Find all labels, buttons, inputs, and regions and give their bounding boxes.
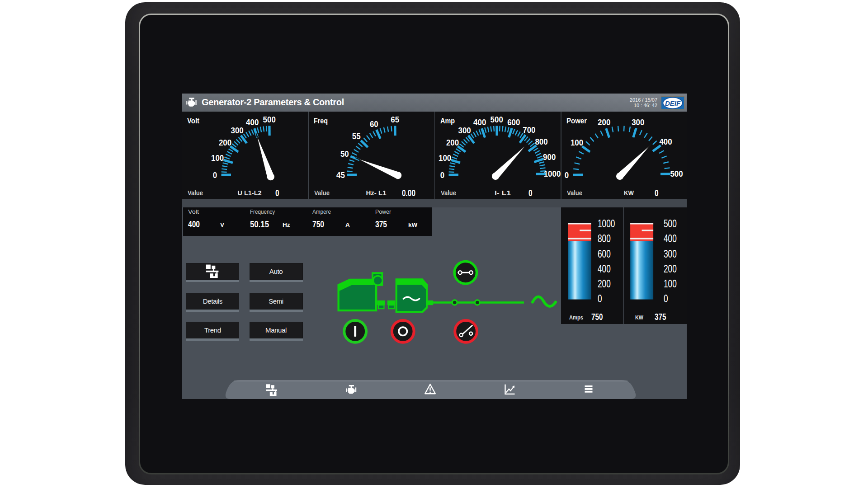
svg-text:300: 300 <box>458 126 471 135</box>
svg-text:0: 0 <box>655 188 659 198</box>
svg-text:0: 0 <box>440 171 444 180</box>
svg-text:60: 60 <box>370 120 378 129</box>
svg-text:0: 0 <box>213 171 217 180</box>
svg-text:0.00: 0.00 <box>402 188 415 198</box>
svg-text:Freq: Freq <box>314 117 328 125</box>
svg-text:200: 200 <box>219 138 231 147</box>
svg-text:700: 700 <box>523 126 535 135</box>
svg-text:U L1-L2: U L1-L2 <box>238 189 262 197</box>
svg-text:600: 600 <box>507 118 520 127</box>
svg-text:500: 500 <box>490 115 503 124</box>
svg-text:55: 55 <box>352 132 361 141</box>
svg-text:0: 0 <box>565 171 569 180</box>
svg-text:DEIF: DEIF <box>665 99 681 107</box>
svg-text:Hz- L1: Hz- L1 <box>366 189 387 197</box>
svg-text:400: 400 <box>246 118 259 127</box>
svg-text:400: 400 <box>473 118 486 127</box>
svg-text:Value: Value <box>314 189 330 197</box>
svg-text:Value: Value <box>188 189 203 197</box>
svg-text:Power: Power <box>566 117 587 125</box>
svg-text:200: 200 <box>598 118 610 127</box>
svg-text:500: 500 <box>670 169 683 178</box>
svg-text:Value: Value <box>567 189 582 197</box>
svg-text:0: 0 <box>528 188 533 198</box>
svg-text:Amp: Amp <box>440 117 455 125</box>
svg-text:100: 100 <box>211 154 224 163</box>
svg-text:900: 900 <box>543 153 556 162</box>
svg-text:100: 100 <box>439 154 451 163</box>
svg-text:Value: Value <box>441 189 456 197</box>
svg-text:KW: KW <box>624 189 634 197</box>
svg-text:50: 50 <box>340 150 349 159</box>
svg-text:45: 45 <box>336 171 345 180</box>
svg-text:300: 300 <box>231 126 244 135</box>
svg-text:65: 65 <box>391 115 399 124</box>
svg-text:Volt: Volt <box>187 117 199 125</box>
svg-text:200: 200 <box>446 138 458 147</box>
svg-text:1000: 1000 <box>543 169 560 178</box>
svg-text:0: 0 <box>275 188 279 198</box>
svg-text:I- L1: I- L1 <box>495 189 511 197</box>
svg-text:800: 800 <box>535 137 547 146</box>
svg-text:100: 100 <box>571 138 583 147</box>
svg-text:500: 500 <box>263 115 276 124</box>
svg-text:400: 400 <box>659 137 672 146</box>
svg-text:300: 300 <box>632 118 644 127</box>
